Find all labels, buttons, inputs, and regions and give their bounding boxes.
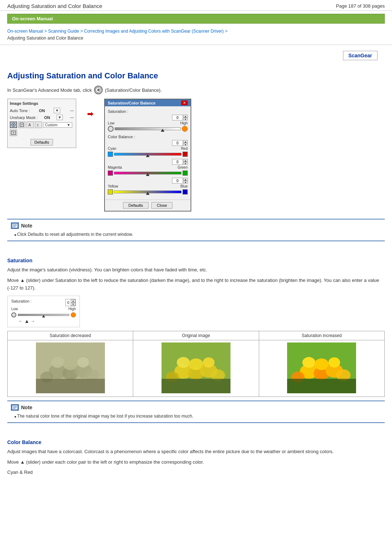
auto-tone-label: Auto Tone : xyxy=(10,108,30,113)
cyan-red-slider[interactable] xyxy=(114,153,181,156)
flower-desaturated-img xyxy=(36,342,105,393)
image-settings-panel: Image Settings Auto Tone : ON ▼ — Unshar… xyxy=(7,99,76,148)
yellow-blue-slider-row xyxy=(108,189,188,194)
cell-desaturated xyxy=(8,340,133,397)
saturation-input[interactable] xyxy=(172,115,183,120)
breadcrumb: On-screen Manual > Scanning Guide > Corr… xyxy=(0,26,392,45)
page-number: Page 187 of 308 pages xyxy=(336,3,385,9)
saturation-label: Saturation : xyxy=(108,109,188,114)
dialog-defaults-btn[interactable]: Defaults xyxy=(123,202,148,209)
saturation-slider[interactable] xyxy=(115,127,181,130)
sat-lo-hi: Low High xyxy=(108,121,188,125)
cyan-block xyxy=(108,152,113,157)
saturation-down-arrow[interactable]: ▼ xyxy=(183,118,188,120)
breadcrumb-current: Adjusting Saturation and Color Balance xyxy=(7,36,83,41)
note-header-1: Note xyxy=(11,222,381,229)
yellow-blue-section: ▲ ▼ Yellow Blue xyxy=(108,178,188,194)
sat-slider-marker xyxy=(161,129,164,132)
breadcrumb-link-1[interactable]: On-screen Manual xyxy=(7,29,43,34)
yellow-up[interactable]: ▲ xyxy=(183,178,188,181)
image-icon-3[interactable]: A xyxy=(26,122,34,128)
note-item-1: Click Defaults to reset all adjustments … xyxy=(15,231,381,238)
onscreen-manual-bar: On-screen Manual xyxy=(7,14,385,24)
magenta-green-section: ▲ ▼ Magenta Green xyxy=(108,159,188,176)
image-settings-defaults-btn[interactable]: Defaults xyxy=(30,139,53,145)
page-header: Adjusting Saturation and Color Balance P… xyxy=(0,0,392,11)
svg-point-41 xyxy=(328,357,340,368)
comparison-image-row xyxy=(8,340,385,397)
unsharp-mask-label: Unsharp Mask : xyxy=(10,115,38,120)
sat-demo-low-icon xyxy=(11,312,16,317)
left-arrow-indicator: ← xyxy=(19,319,23,324)
page-title-header: Adjusting Saturation and Color Balance xyxy=(7,3,102,9)
note-list-1: Click Defaults to reset all adjustments … xyxy=(11,231,381,238)
breadcrumb-link-3[interactable]: Correcting Images and Adjusting Colors w… xyxy=(84,29,224,34)
saturation-up-arrow[interactable]: ▲ xyxy=(183,115,188,118)
magenta-green-slider[interactable] xyxy=(114,172,181,175)
image-icon-4[interactable]: Z xyxy=(35,122,42,128)
auto-tone-row: Auto Tone : ON ▼ — xyxy=(10,108,74,113)
unsharp-mask-row: Unsharp Mask : ON ▼ — xyxy=(10,115,74,120)
sat-demo-up[interactable]: ▲ xyxy=(71,299,75,303)
magenta-down[interactable]: ▼ xyxy=(183,162,188,165)
arrow-icon: ➡ xyxy=(87,110,93,118)
yellow-blue-slider[interactable] xyxy=(114,190,181,193)
yellow-blue-spinner: ▲ ▼ xyxy=(108,178,188,184)
svg-rect-34 xyxy=(162,379,230,393)
cyan-red-slider-row xyxy=(108,152,188,157)
svg-point-27 xyxy=(177,357,190,368)
breadcrumb-link-2[interactable]: Scanning Guide xyxy=(48,29,79,34)
sat-dialog-title: Saturation/Color Balance ✕ xyxy=(105,99,191,106)
magenta-green-spinner: ▲ ▼ xyxy=(108,159,188,165)
saturation-para2: Move ▲ (slider) under Saturation to the … xyxy=(7,277,385,292)
sat-demo-high: High xyxy=(68,307,76,311)
saturation-tab-icon xyxy=(94,86,103,94)
unsharp-mask-dropdown[interactable]: ▼ xyxy=(57,115,63,120)
magenta-block xyxy=(108,171,113,176)
yellow-down[interactable]: ▼ xyxy=(183,181,188,184)
main-content: Adjusting Saturation and Color Balance I… xyxy=(0,60,392,487)
cyan-red-down[interactable]: ▼ xyxy=(183,143,188,146)
svg-rect-24 xyxy=(36,379,105,393)
cell-original xyxy=(133,340,259,397)
yellow-blue-arrows: ▲ ▼ xyxy=(183,178,188,184)
color-balance-label: Color Balance : xyxy=(108,135,188,139)
green-block xyxy=(183,171,188,176)
sat-dialog-close-btn[interactable]: ✕ xyxy=(181,100,188,105)
intro-after: (Saturation/Color Balance). xyxy=(105,87,162,93)
svg-point-37 xyxy=(302,357,315,368)
note-box-2: Note The natural color tone of the origi… xyxy=(7,401,385,423)
color-balance-para3: Cyan & Red xyxy=(7,469,385,476)
col-header-decreased: Saturation decreased xyxy=(8,331,133,340)
image-icon-5[interactable] xyxy=(10,130,17,136)
manual-bar-label: On-screen Manual xyxy=(12,16,53,21)
svg-point-31 xyxy=(203,357,215,368)
cyan-red-input[interactable] xyxy=(172,140,183,146)
dialog-close-btn[interactable]: Close xyxy=(151,202,172,209)
yellow-blue-labels: Yellow Blue xyxy=(108,184,188,188)
yellow-blue-marker xyxy=(146,192,150,195)
sat-demo-track[interactable] xyxy=(18,314,69,316)
saturation-para1: Adjust the image's saturation (vividness… xyxy=(7,266,385,274)
note-item-2: The natural color tone of the original i… xyxy=(15,413,381,419)
auto-tone-dropdown[interactable]: ▼ xyxy=(54,108,60,113)
yellow-blue-input[interactable] xyxy=(172,178,183,184)
magenta-green-input[interactable] xyxy=(172,159,183,165)
image-icon-1[interactable] xyxy=(10,122,17,128)
svg-point-17 xyxy=(51,357,64,368)
color-balance-para2: Move ▲ (slider) under each color pair to… xyxy=(7,459,385,466)
cyan-red-up[interactable]: ▲ xyxy=(183,140,188,143)
image-icon-2[interactable] xyxy=(18,122,25,128)
col-header-original: Original image xyxy=(133,331,259,340)
saturation-section-heading: Saturation xyxy=(7,258,385,263)
comparison-table: Saturation decreased Original image Satu… xyxy=(7,331,385,397)
sat-demo-down[interactable]: ▼ xyxy=(71,303,75,306)
custom-dropdown[interactable]: Custom ▼ xyxy=(43,122,72,128)
note-icon-1 xyxy=(11,222,19,229)
magenta-up[interactable]: ▲ xyxy=(183,159,188,162)
sat-demo-value: 0 xyxy=(66,300,71,305)
sat-demo-label: Saturation : xyxy=(11,299,32,306)
flower-original-img xyxy=(162,342,230,393)
sat-low-icon xyxy=(108,126,114,132)
svg-text:Z: Z xyxy=(37,123,39,127)
